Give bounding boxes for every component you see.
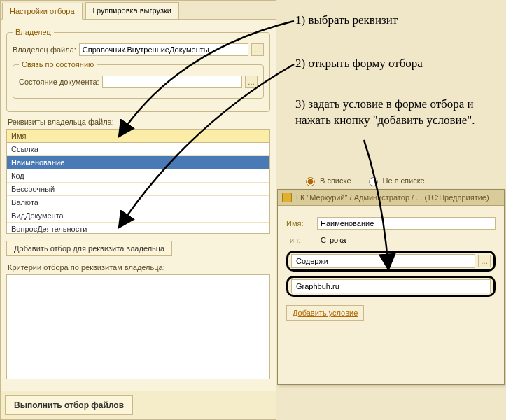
list-item[interactable]: Код: [7, 169, 269, 183]
radio-in-list[interactable]: В списке: [302, 175, 351, 186]
list-item[interactable]: Валюта: [7, 196, 269, 209]
bottom-bar: Выполнить отбор файлов: [1, 391, 276, 419]
mini-type-label: тип:: [286, 236, 311, 244]
list-header-name: Имя: [7, 130, 269, 143]
mini-name-input[interactable]: [317, 217, 496, 230]
annotation-step3: 3) задать условие в форме отбора и нажат…: [295, 97, 498, 129]
tabs: Настройки отбора Группировка выгрузки: [1, 1, 276, 20]
app-1c-icon: [282, 192, 292, 202]
left-panel: Настройки отбора Группировка выгрузки Вл…: [0, 0, 276, 420]
relation-group-title: Связь по состоянию: [19, 60, 97, 69]
add-condition-button[interactable]: Добавить условие: [286, 305, 364, 321]
add-filter-button[interactable]: Добавить отбор для реквизита владельца: [6, 241, 172, 256]
filter-form-window: ГК "Меркурий" / Администратор / ... (1С:…: [277, 189, 505, 385]
mini-name-label: Имя:: [286, 219, 311, 227]
file-owner-choose-button[interactable]: …: [251, 43, 264, 56]
radio-not-in-list[interactable]: Не в списке: [365, 175, 425, 186]
document-state-label: Состояние документа:: [19, 78, 99, 86]
file-owner-label: Владелец файла:: [13, 46, 76, 54]
owner-group: Владелец Владелец файла: … Связь по сост…: [6, 28, 270, 112]
annotation-step1: 1) выбрать реквизит: [295, 13, 398, 29]
owner-group-title: Владелец: [13, 28, 54, 36]
filter-form-body: Имя: тип: Строка … Добавить условие: [278, 206, 504, 328]
document-state-choose-button[interactable]: …: [245, 76, 258, 88]
tab-settings[interactable]: Настройки отбора: [2, 3, 83, 20]
criteria-box[interactable]: [6, 274, 270, 379]
radio-not-in-list-input[interactable]: [369, 177, 378, 186]
file-owner-input[interactable]: [79, 43, 248, 56]
condition-choose-button[interactable]: …: [478, 255, 491, 267]
run-filter-button[interactable]: Выполнить отбор файлов: [5, 396, 133, 415]
tab-grouping[interactable]: Группировка выгрузки: [85, 2, 179, 19]
annotation-step2: 2) открыть форму отбора: [295, 56, 423, 72]
requisites-list[interactable]: Имя СсылкаНаименованиеКодБессрочныйВалют…: [6, 129, 270, 234]
list-item[interactable]: ВопросДеятельности: [7, 223, 269, 234]
pattern-highlight-box: [286, 276, 496, 297]
tab-content: Владелец Владелец файла: … Связь по сост…: [1, 20, 276, 385]
radio-in-list-input[interactable]: [306, 177, 315, 186]
condition-select[interactable]: [291, 254, 475, 268]
filter-form-titlebar[interactable]: ГК "Меркурий" / Администратор / ... (1С:…: [278, 190, 504, 206]
condition-highlight-box: …: [286, 251, 496, 272]
list-filter-radio-group: В списке Не в списке: [302, 175, 425, 186]
list-item[interactable]: Бессрочный: [7, 183, 269, 196]
radio-in-list-label: В списке: [320, 176, 351, 185]
mini-type-value: Строка: [317, 234, 496, 246]
criteria-label: Критерии отбора по реквизитам владельца:: [8, 263, 269, 272]
requisites-label: Реквизиты владельца файла:: [8, 118, 269, 126]
list-item[interactable]: ВидДокумента: [7, 209, 269, 223]
radio-not-in-list-label: Не в списке: [383, 176, 425, 185]
filter-form-title-text: ГК "Меркурий" / Администратор / ... (1С:…: [296, 193, 489, 202]
list-item[interactable]: Наименование: [7, 156, 269, 169]
list-item[interactable]: Ссылка: [7, 143, 269, 156]
pattern-input[interactable]: [291, 279, 491, 293]
document-state-input[interactable]: [102, 76, 242, 88]
relation-group: Связь по состоянию Состояние документа: …: [13, 60, 264, 99]
